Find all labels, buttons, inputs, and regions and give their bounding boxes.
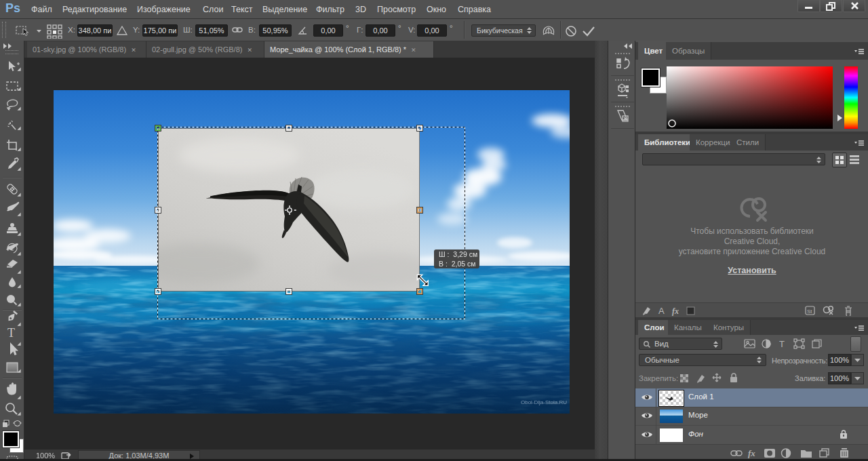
svg-text:St: St: [807, 308, 812, 315]
svg-text:fx: fx: [748, 448, 755, 458]
svg-text:T: T: [779, 339, 785, 349]
svg-text:fx: fx: [672, 306, 679, 316]
svg-text:A: A: [658, 306, 665, 316]
svg-text:T: T: [7, 326, 15, 340]
